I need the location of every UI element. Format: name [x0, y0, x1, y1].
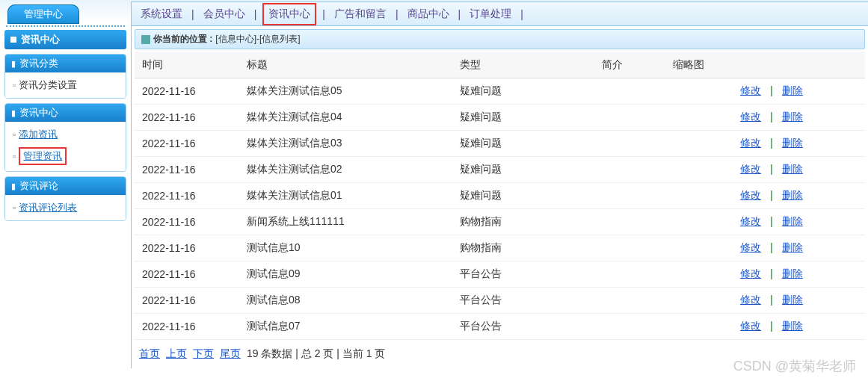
edit-link[interactable]: 修改: [740, 84, 761, 96]
nav-separator: |: [248, 8, 263, 20]
cell-type: 购物指南: [452, 235, 594, 261]
sidebar-item-link[interactable]: 资讯分类设置: [19, 78, 77, 92]
cell-type: 平台公告: [452, 314, 594, 340]
cell-title: 媒体关注测试信息01: [239, 183, 452, 209]
edit-link[interactable]: 修改: [740, 189, 761, 201]
edit-link[interactable]: 修改: [740, 111, 761, 123]
admin-tab[interactable]: 管理中心: [7, 4, 79, 24]
nav-separator: |: [316, 8, 331, 20]
cell-time: 2022-11-16: [135, 314, 239, 340]
table-row: 2022-11-16媒体关注测试信息04疑难问题修改|删除: [135, 105, 865, 131]
nav-separator: |: [390, 8, 404, 20]
action-separator: |: [761, 189, 782, 201]
info-table: 时间 标题 类型 简介 缩略图 2022-11-16媒体关注测试信息05疑难问题…: [135, 52, 865, 340]
square-icon: [10, 37, 16, 43]
cell-title: 测试信息07: [239, 314, 452, 340]
sidebar-item[interactable]: 管理资讯: [5, 144, 126, 168]
nav-item[interactable]: 订单处理: [467, 7, 514, 21]
edit-link[interactable]: 修改: [740, 163, 761, 175]
cell-time: 2022-11-16: [135, 157, 239, 183]
nav-item[interactable]: 广告和留言: [331, 7, 390, 21]
pager-prev[interactable]: 上页: [166, 347, 187, 361]
nav-item[interactable]: 商品中心: [404, 7, 452, 21]
cell-intro: [594, 183, 665, 209]
table-row: 2022-11-16媒体关注测试信息02疑难问题修改|删除: [135, 157, 865, 183]
delete-link[interactable]: 删除: [782, 320, 803, 332]
th-type: 类型: [452, 52, 594, 78]
sidebar-item-link[interactable]: 添加资讯: [19, 128, 58, 141]
cell-intro: [594, 78, 665, 105]
th-thumb: 缩略图: [665, 52, 733, 78]
edit-link[interactable]: 修改: [740, 294, 761, 306]
cell-title: 新闻系统上线111111: [239, 209, 452, 235]
pager-summary: 19 条数据 | 总 2 页 | 当前 1 页: [247, 347, 385, 361]
sidebar-item-link[interactable]: 管理资讯: [23, 150, 62, 161]
cell-actions: 修改|删除: [733, 235, 865, 261]
action-separator: |: [761, 215, 782, 227]
cell-time: 2022-11-16: [135, 183, 239, 209]
sidebar-item-link[interactable]: 资讯评论列表: [19, 201, 77, 214]
cell-time: 2022-11-16: [135, 288, 239, 314]
cell-actions: 修改|删除: [733, 288, 865, 314]
cell-type: 平台公告: [452, 261, 594, 288]
pager-next[interactable]: 下页: [193, 347, 214, 361]
sidebar-main-title: 资讯中心: [21, 33, 60, 46]
edit-link[interactable]: 修改: [740, 215, 761, 227]
pager: 首页 上页 下页 尾页 19 条数据 | 总 2 页 | 当前 1 页: [139, 347, 861, 361]
cell-type: 疑难问题: [452, 157, 594, 183]
cell-type: 平台公告: [452, 288, 594, 314]
main-panel: 系统设置|会员中心|资讯中心|广告和留言|商品中心|订单处理| 你当前的位置 :…: [131, 1, 868, 368]
highlight-box: 管理资讯: [19, 147, 67, 165]
divider: [6, 25, 125, 27]
delete-link[interactable]: 删除: [782, 189, 803, 201]
cell-intro: [594, 314, 665, 340]
cell-thumb: [665, 209, 733, 235]
sidebar-item[interactable]: 添加资讯: [5, 125, 126, 144]
cell-thumb: [665, 157, 733, 183]
delete-link[interactable]: 删除: [782, 111, 803, 123]
cell-type: 疑难问题: [452, 105, 594, 131]
pager-first[interactable]: 首页: [139, 347, 160, 361]
cell-intro: [594, 105, 665, 131]
cell-actions: 修改|删除: [733, 261, 865, 288]
cell-title: 媒体关注测试信息02: [239, 157, 452, 183]
cell-type: 疑难问题: [452, 183, 594, 209]
pager-last[interactable]: 尾页: [220, 347, 241, 361]
delete-link[interactable]: 删除: [782, 215, 803, 227]
sidebar-group: 资讯中心添加资讯管理资讯: [4, 103, 126, 172]
nav-item[interactable]: 会员中心: [200, 7, 248, 21]
action-separator: |: [761, 111, 782, 123]
cell-thumb: [665, 261, 733, 288]
table-row: 2022-11-16测试信息10购物指南修改|删除: [135, 235, 865, 261]
cell-actions: 修改|删除: [733, 157, 865, 183]
delete-link[interactable]: 删除: [782, 163, 803, 175]
delete-link[interactable]: 删除: [782, 241, 803, 253]
cell-time: 2022-11-16: [135, 131, 239, 157]
delete-link[interactable]: 删除: [782, 84, 803, 96]
edit-link[interactable]: 修改: [740, 267, 761, 279]
delete-link[interactable]: 删除: [782, 137, 803, 149]
table-row: 2022-11-16测试信息08平台公告修改|删除: [135, 288, 865, 314]
breadcrumb-path: [信息中心]-[信息列表]: [215, 33, 300, 46]
sidebar: 管理中心 资讯中心 资讯分类资讯分类设置资讯中心添加资讯管理资讯资讯评论资讯评论…: [0, 0, 131, 368]
edit-link[interactable]: 修改: [740, 320, 761, 332]
cell-type: 疑难问题: [452, 78, 594, 105]
table-row: 2022-11-16新闻系统上线111111购物指南修改|删除: [135, 209, 865, 235]
cell-type: 购物指南: [452, 209, 594, 235]
th-title: 标题: [239, 52, 452, 78]
sidebar-item[interactable]: 资讯评论列表: [5, 198, 126, 217]
edit-link[interactable]: 修改: [740, 241, 761, 253]
sidebar-item[interactable]: 资讯分类设置: [5, 75, 126, 95]
nav-item[interactable]: 资讯中心: [262, 3, 316, 25]
top-nav: 系统设置|会员中心|资讯中心|广告和留言|商品中心|订单处理|: [132, 2, 868, 26]
action-separator: |: [761, 84, 782, 96]
location-icon: [141, 35, 150, 44]
cell-actions: 修改|删除: [733, 105, 865, 131]
delete-link[interactable]: 删除: [782, 294, 803, 306]
cell-time: 2022-11-16: [135, 78, 239, 105]
delete-link[interactable]: 删除: [782, 267, 803, 279]
table-row: 2022-11-16测试信息09平台公告修改|删除: [135, 261, 865, 288]
edit-link[interactable]: 修改: [740, 137, 761, 149]
nav-separator: |: [452, 8, 467, 20]
nav-item[interactable]: 系统设置: [138, 7, 185, 21]
